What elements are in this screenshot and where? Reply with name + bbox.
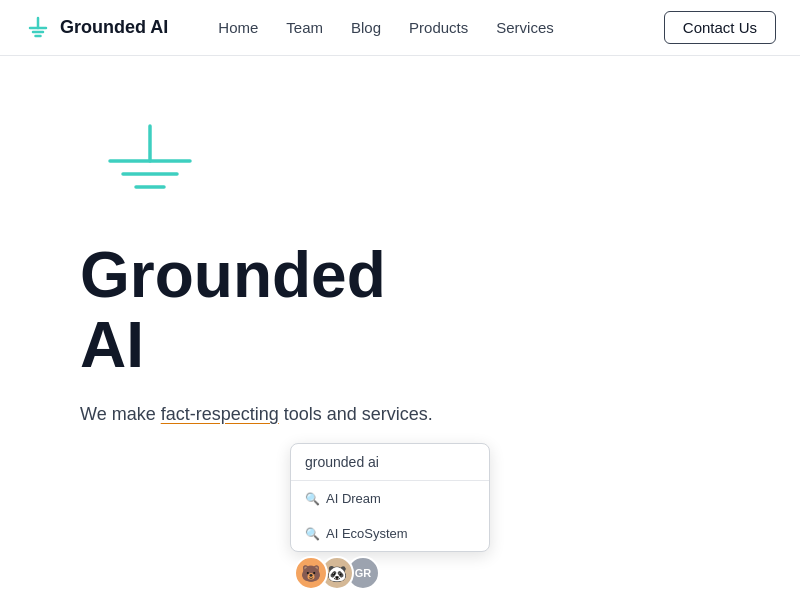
brand-name: Grounded AI (60, 17, 168, 38)
hero-section: Grounded AI We make fact-respecting tool… (0, 56, 800, 468)
hero-title: Grounded AI (80, 240, 720, 381)
autocomplete-input-row[interactable]: grounded ai (291, 444, 489, 481)
avatar-1: 🐻 (294, 556, 328, 590)
avatar-row: 🐻 🐼 GR (290, 556, 490, 590)
navbar: Grounded AI Home Team Blog Products Serv… (0, 0, 800, 56)
suggestion-icon-2: 🔍 (305, 527, 320, 541)
nav-links: Home Team Blog Products Services (208, 13, 663, 42)
suggestion-icon-1: 🔍 (305, 492, 320, 506)
nav-link-services[interactable]: Services (486, 13, 564, 42)
nav-link-team[interactable]: Team (276, 13, 333, 42)
hero-subtitle-rest: tools and services. (279, 404, 433, 424)
autocomplete-input-text: grounded ai (305, 454, 379, 470)
hero-subtitle: We make fact-respecting tools and servic… (80, 401, 720, 428)
suggestion-main-text: AI Dream (326, 491, 381, 506)
nav-link-products[interactable]: Products (399, 13, 478, 42)
hero-ground-symbol (80, 116, 220, 206)
contact-us-button[interactable]: Contact Us (664, 11, 776, 44)
autocomplete-container: grounded ai 🔍 AI Dream 🔍 AI EcoSystem 🐻 … (290, 443, 490, 590)
autocomplete-suggestion-1[interactable]: 🔍 AI Dream (291, 481, 489, 516)
autocomplete-suggestion-2[interactable]: 🔍 AI EcoSystem (291, 516, 489, 551)
suggestion-sub-text: AI EcoSystem (326, 526, 408, 541)
hero-subtitle-underlined: fact-respecting (161, 404, 279, 424)
nav-logo-area[interactable]: Grounded AI (24, 14, 168, 42)
nav-link-blog[interactable]: Blog (341, 13, 391, 42)
hero-subtitle-plain: We make (80, 404, 161, 424)
hero-logo-mark (80, 116, 720, 210)
autocomplete-box: grounded ai 🔍 AI Dream 🔍 AI EcoSystem (290, 443, 490, 552)
brand-logo-icon (24, 14, 52, 42)
nav-link-home[interactable]: Home (208, 13, 268, 42)
